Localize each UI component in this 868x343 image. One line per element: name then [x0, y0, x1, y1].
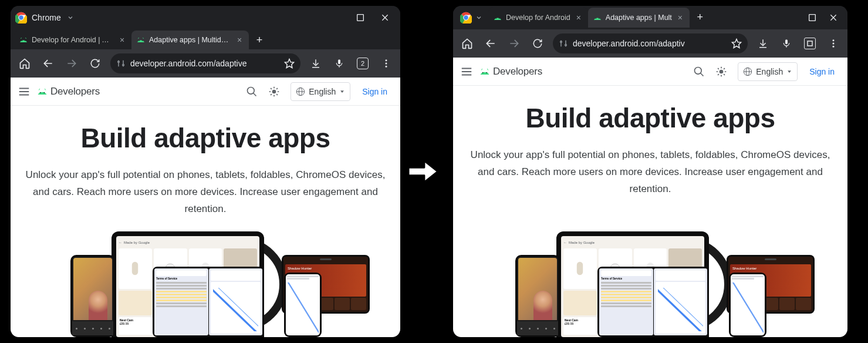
brand-logo[interactable]: Developers	[479, 66, 542, 78]
site-controls-icon[interactable]	[116, 59, 126, 68]
close-tab-icon[interactable]: ×	[676, 13, 685, 22]
brand-logo[interactable]: Developers	[36, 86, 100, 97]
svg-point-38	[248, 87, 255, 94]
hamburger-menu-icon[interactable]	[460, 65, 473, 78]
chevron-down-icon[interactable]	[67, 14, 74, 21]
svg-point-61	[496, 18, 497, 19]
phone-light-mockup	[729, 273, 766, 337]
chrome-window-left: Chrome Develop for Android | And… × Adap…	[11, 6, 400, 337]
theme-toggle-icon[interactable]	[268, 86, 280, 97]
svg-point-70	[560, 41, 562, 43]
globe-icon	[296, 87, 305, 96]
tab-strip: Develop for Android | And… × Adaptive ap…	[11, 29, 400, 49]
svg-line-93	[701, 73, 704, 76]
close-window-button[interactable]	[823, 7, 844, 28]
tab-strip: Develop for Android × Adaptive apps | Mu…	[453, 6, 847, 29]
phone-dark-mockup	[515, 255, 560, 337]
browser-tab-active[interactable]: Adaptive apps | Mult ×	[588, 8, 690, 28]
close-window-button[interactable]	[374, 7, 396, 28]
svg-line-10	[25, 38, 26, 39]
search-icon[interactable]	[693, 66, 705, 78]
home-button[interactable]	[457, 33, 478, 54]
back-button[interactable]	[38, 53, 59, 74]
svg-point-11	[139, 41, 140, 41]
svg-point-40	[272, 89, 276, 93]
search-icon[interactable]	[246, 86, 258, 97]
chrome-window-right: Develop for Android × Adaptive apps | Mu…	[453, 6, 847, 337]
svg-marker-106	[788, 70, 791, 73]
sign-in-link[interactable]: Sign in	[803, 67, 840, 76]
svg-line-45	[271, 88, 272, 89]
app-title-strip: Chrome	[11, 6, 400, 29]
reload-button[interactable]	[85, 53, 106, 74]
maximize-button[interactable]	[802, 7, 823, 28]
svg-line-9	[21, 38, 21, 39]
browser-tab[interactable]: Develop for Android | And… ×	[14, 31, 131, 49]
forward-button[interactable]	[504, 33, 525, 54]
tab-count-button[interactable]	[799, 33, 820, 54]
svg-line-102	[724, 68, 725, 69]
hero-section: Build adaptive apps Unlock your app's fu…	[453, 86, 847, 198]
site-header: Developers English Sign in	[11, 78, 400, 106]
address-bar[interactable]: developer.android.com/adaptiv	[553, 33, 748, 53]
brand-text: Developers	[50, 86, 100, 97]
browser-tab[interactable]: Develop for Android ×	[488, 8, 588, 28]
url-text: developer.android.com/adaptiv	[573, 39, 727, 48]
svg-point-63	[595, 18, 596, 19]
globe-icon	[743, 67, 752, 76]
language-selector[interactable]: English	[738, 62, 798, 81]
svg-rect-26	[338, 59, 340, 64]
tab-count-button[interactable]: 2	[352, 53, 373, 74]
chevron-down-icon[interactable]	[475, 14, 482, 21]
tab-title: Develop for Android | And…	[32, 36, 114, 44]
language-selector[interactable]: English	[291, 82, 350, 101]
svg-rect-53	[132, 262, 138, 275]
svg-line-46	[276, 94, 278, 95]
close-tab-icon[interactable]: ×	[235, 35, 244, 45]
bookmark-star-icon[interactable]	[731, 38, 742, 49]
close-tab-icon[interactable]: ×	[117, 35, 127, 45]
overflow-menu-button[interactable]	[376, 53, 397, 74]
hero-title: Build adaptive apps	[525, 102, 775, 134]
maximize-button[interactable]	[350, 7, 371, 28]
chrome-icon	[15, 12, 27, 23]
svg-rect-107	[577, 262, 583, 275]
android-favicon	[493, 13, 502, 22]
browser-toolbar: developer.android.com/adaptive 2	[11, 49, 400, 78]
svg-point-34	[40, 92, 41, 93]
site-header: Developers English Sign in	[453, 58, 847, 86]
reload-button[interactable]	[527, 33, 548, 54]
svg-line-99	[718, 68, 719, 69]
close-tab-icon[interactable]: ×	[574, 13, 583, 22]
browser-tab-active[interactable]: Adaptive apps | Multidevic ×	[131, 31, 249, 49]
downloads-button[interactable]	[752, 33, 774, 54]
new-tab-button[interactable]: +	[692, 9, 708, 25]
svg-point-62	[499, 18, 499, 19]
android-favicon	[19, 35, 28, 45]
theme-toggle-icon[interactable]	[715, 66, 727, 78]
svg-line-101	[718, 74, 719, 75]
voice-search-button[interactable]	[329, 53, 350, 74]
address-bar[interactable]: developer.android.com/adaptive	[110, 53, 300, 73]
svg-marker-23	[285, 59, 294, 68]
sign-in-link[interactable]: Sign in	[356, 87, 393, 96]
hamburger-menu-icon[interactable]	[18, 85, 31, 98]
android-icon	[479, 68, 491, 75]
bookmark-star-icon[interactable]	[284, 58, 295, 69]
voice-search-button[interactable]	[776, 33, 797, 54]
svg-point-7	[22, 41, 22, 41]
home-button[interactable]	[14, 53, 35, 74]
new-tab-button[interactable]: +	[251, 32, 268, 48]
svg-point-89	[487, 72, 488, 73]
chrome-icon	[460, 12, 472, 23]
site-controls-icon[interactable]	[559, 39, 568, 48]
downloads-button[interactable]	[305, 53, 326, 74]
svg-point-59	[464, 16, 468, 20]
svg-line-47	[271, 94, 272, 95]
forward-button[interactable]	[61, 53, 82, 74]
android-favicon	[136, 35, 146, 45]
dropdown-arrow-icon	[786, 69, 792, 75]
back-button[interactable]	[480, 33, 501, 54]
svg-point-8	[25, 41, 25, 41]
overflow-menu-button[interactable]	[823, 33, 844, 54]
